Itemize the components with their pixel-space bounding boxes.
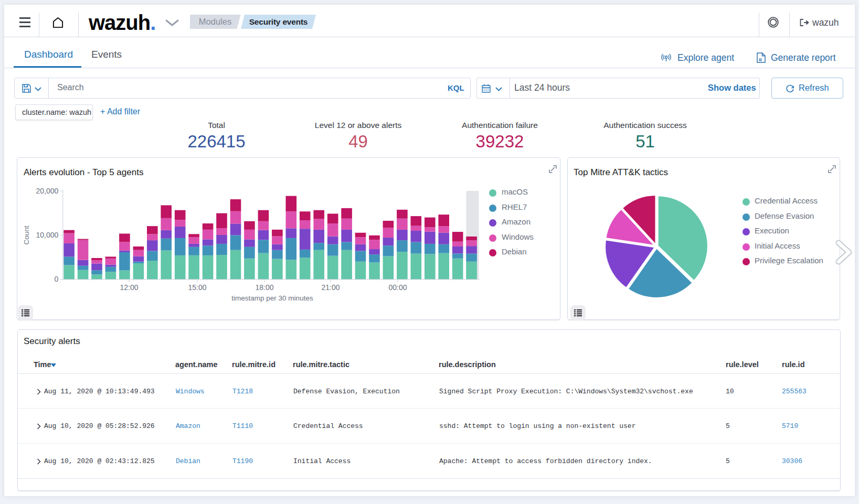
svg-text:15:00: 15:00 — [188, 283, 206, 292]
svg-text:12:00: 12:00 — [120, 283, 138, 292]
svg-text:0: 0 — [55, 275, 59, 283]
svg-text:10,000: 10,000 — [36, 231, 58, 239]
svg-text:timestamp per 30 minutes: timestamp per 30 minutes — [231, 294, 313, 302]
svg-text:00:00: 00:00 — [388, 283, 407, 292]
svg-text:20,000: 20,000 — [36, 187, 58, 195]
svg-text:21:00: 21:00 — [321, 283, 340, 292]
svg-text:Count: Count — [23, 226, 30, 244]
svg-text:18:00: 18:00 — [255, 283, 273, 292]
